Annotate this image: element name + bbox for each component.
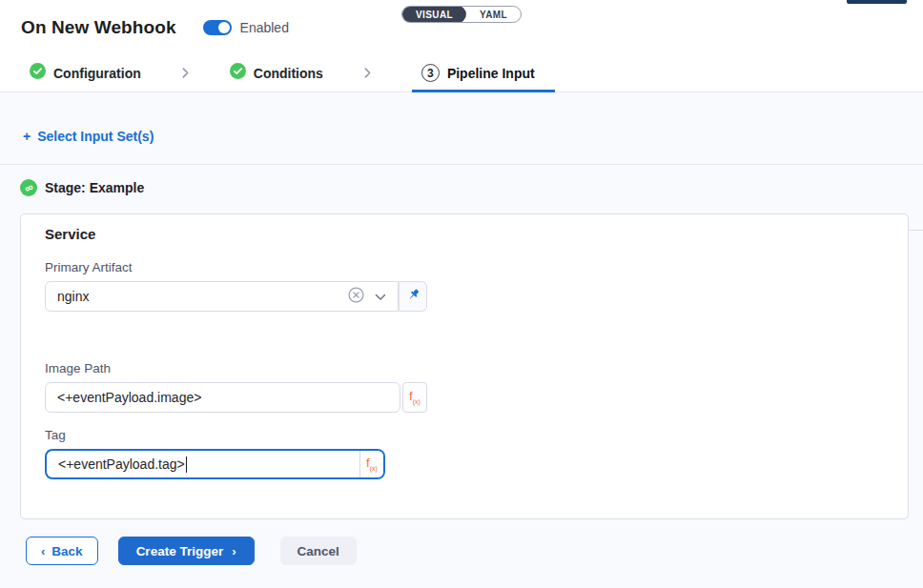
main-content: + Select Input Set(s) ∞ Stage: Example S… — [0, 92, 923, 588]
tab-label: Conditions — [254, 66, 323, 81]
tab-label: Configuration — [53, 66, 141, 81]
image-path-value: <+eventPayload.image> — [57, 390, 201, 405]
tag-label: Tag — [45, 428, 908, 442]
tab-conditions[interactable]: Conditions — [230, 54, 323, 91]
text-cursor — [186, 456, 188, 473]
visual-yaml-toggle: VISUAL YAML — [401, 6, 522, 23]
chevron-down-icon[interactable] — [375, 289, 386, 304]
create-trigger-button[interactable]: Create Trigger › — [118, 537, 255, 565]
enabled-toggle[interactable] — [203, 20, 232, 35]
pin-icon — [406, 288, 420, 306]
select-input-sets-link[interactable]: + Select Input Set(s) — [0, 92, 923, 144]
stage-header: ∞ Stage: Example — [20, 179, 923, 196]
tag-input-focused[interactable]: <+eventPayload.tag> f(x) — [45, 449, 385, 479]
chevron-right-icon: › — [232, 545, 236, 558]
expression-button[interactable]: f(x) — [359, 451, 383, 477]
select-input-sets-label: Select Input Set(s) — [37, 129, 154, 144]
header-bar: On New Webhook Enabled VISUAL YAML — [0, 0, 923, 54]
tag-input[interactable]: <+eventPayload.tag> — [47, 451, 359, 477]
pin-button[interactable] — [399, 281, 427, 312]
fx-icon: f(x) — [366, 456, 378, 472]
enabled-toggle-group: Enabled — [203, 20, 289, 35]
stage-cd-icon: ∞ — [20, 179, 37, 196]
divider-segment — [908, 230, 923, 231]
back-button[interactable]: ‹ Back — [26, 537, 98, 565]
image-path-input[interactable]: <+eventPayload.image> — [45, 382, 400, 413]
stage-title: Stage: Example — [45, 180, 144, 195]
expression-button[interactable]: f(x) — [402, 382, 427, 413]
partial-top-button[interactable] — [847, 0, 907, 4]
tag-value: <+eventPayload.tag> — [58, 456, 185, 472]
footer-actions: ‹ Back Create Trigger › Cancel — [0, 537, 923, 565]
fx-icon: f(x) — [409, 390, 420, 405]
toggle-knob — [218, 22, 230, 33]
image-path-label: Image Path — [45, 361, 908, 375]
plus-icon: + — [23, 129, 31, 144]
service-card: Service Primary Artifact nginx — [20, 213, 909, 519]
tab-visual[interactable]: VISUAL — [402, 6, 466, 23]
primary-artifact-value: nginx — [57, 289, 348, 304]
chevron-left-icon: ‹ — [41, 545, 45, 558]
primary-artifact-group: nginx — [45, 281, 908, 312]
check-circle-icon — [230, 63, 246, 83]
page-title: On New Webhook — [21, 17, 176, 38]
primary-artifact-label: Primary Artifact — [45, 260, 908, 274]
check-circle-icon — [30, 63, 46, 83]
enabled-label: Enabled — [240, 20, 289, 35]
service-section-title: Service — [45, 226, 908, 242]
primary-artifact-select[interactable]: nginx — [45, 281, 399, 312]
tab-label: Pipeline Input — [447, 66, 535, 81]
clear-icon[interactable] — [348, 287, 364, 306]
image-path-group: <+eventPayload.image> f(x) — [45, 382, 908, 413]
wizard-tabbar: Configuration Conditions 3 Pipeline Inpu… — [0, 54, 923, 92]
chevron-right-icon — [179, 54, 192, 91]
cancel-button[interactable]: Cancel — [280, 537, 357, 565]
step-number-badge: 3 — [421, 64, 440, 82]
tab-configuration[interactable]: Configuration — [30, 54, 141, 91]
tab-yaml[interactable]: YAML — [466, 6, 521, 23]
chevron-right-icon — [361, 54, 374, 91]
section-divider — [0, 164, 923, 165]
tab-pipeline-input[interactable]: 3 Pipeline Input — [412, 54, 555, 91]
